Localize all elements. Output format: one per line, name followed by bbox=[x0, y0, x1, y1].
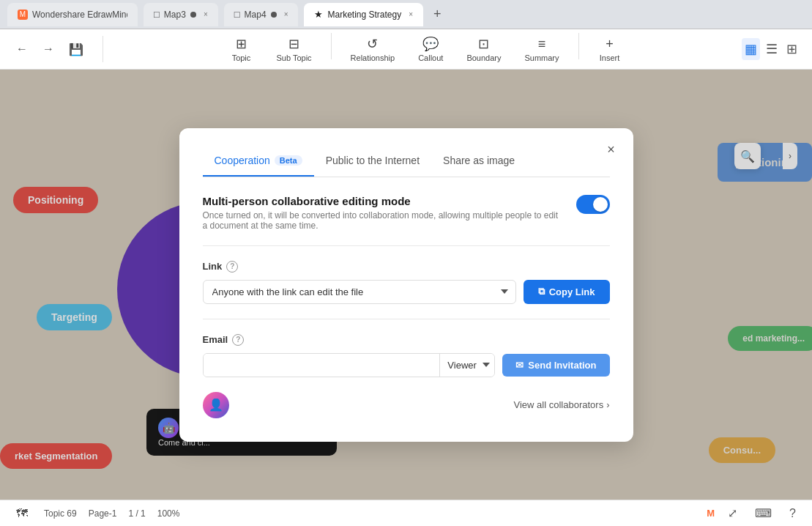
tab-map4-close[interactable]: × bbox=[284, 10, 288, 18]
collaboration-title: Multi-person collaborative editing mode bbox=[203, 195, 565, 207]
modal-overlay: × Cooperation Beta Public to the Interne… bbox=[0, 70, 812, 500]
tool-buttons: ⊞ Topic ⊟ Sub Topic ↺ Relationship 💬 Cal… bbox=[112, 33, 739, 65]
tab-edrawmind-label: Wondershare EdrawMind bbox=[32, 10, 127, 20]
tab-edrawmind[interactable]: M Wondershare EdrawMind bbox=[7, 3, 138, 26]
tab-map4-dot bbox=[271, 12, 277, 18]
subtopic-icon: ⊟ bbox=[288, 36, 299, 52]
forward-button[interactable]: → bbox=[38, 40, 59, 59]
link-permission-select[interactable]: Anyone with the link can edit the file A… bbox=[203, 280, 516, 304]
cooperation-tab-label: Cooperation bbox=[215, 155, 270, 166]
tool-insert-label: Insert bbox=[600, 53, 620, 62]
help-button[interactable]: ? bbox=[785, 505, 800, 522]
toggle-slider bbox=[576, 195, 610, 214]
browser-chrome: M Wondershare EdrawMind □ Map3 × □ Map4 … bbox=[0, 0, 812, 29]
email-help-icon[interactable]: ? bbox=[232, 334, 244, 346]
collaboration-text: Multi-person collaborative editing mode … bbox=[203, 195, 565, 231]
link-help-icon[interactable]: ? bbox=[226, 261, 238, 273]
nav-controls: ← → 💾 bbox=[12, 40, 88, 59]
keyboard-shortcut-button[interactable]: ⌨ bbox=[750, 505, 776, 522]
send-invitation-label: Send Invitation bbox=[528, 360, 596, 371]
tool-subtopic[interactable]: ⊟ Sub Topic bbox=[266, 33, 321, 65]
map-icon-button[interactable]: 🗺 bbox=[12, 505, 32, 522]
zoom-level: 100% bbox=[157, 508, 180, 519]
back-button[interactable]: ← bbox=[12, 40, 32, 59]
edrawmind-logo: M bbox=[707, 508, 715, 519]
keyboard-icon: ⌨ bbox=[755, 507, 772, 519]
summary-icon: ≡ bbox=[538, 37, 546, 52]
chevron-right-icon: › bbox=[606, 399, 609, 410]
relationship-icon: ↺ bbox=[367, 36, 378, 52]
outline-view-button[interactable]: ☰ bbox=[763, 38, 781, 60]
boundary-icon: ⊡ bbox=[478, 36, 489, 52]
close-icon: × bbox=[607, 142, 615, 158]
link-label: Link ? bbox=[203, 261, 610, 273]
tab-map4-label: Map4 bbox=[245, 10, 267, 20]
tool-relationship-label: Relationship bbox=[351, 53, 395, 62]
topic-count: Topic 69 bbox=[44, 508, 77, 519]
link-controls: Anyone with the link can edit the file A… bbox=[203, 280, 610, 304]
modal-tabs: Cooperation Beta Public to the Internet … bbox=[203, 149, 610, 177]
tools-divider bbox=[331, 33, 332, 59]
tab-marketing-label: Marketing Strategy bbox=[327, 10, 401, 20]
tool-subtopic-label: Sub Topic bbox=[276, 53, 311, 62]
main-toolbar: ← → 💾 ⊞ Topic ⊟ Sub Topic ↺ Relationship… bbox=[0, 29, 812, 70]
tab-map3[interactable]: □ Map3 × bbox=[144, 3, 218, 26]
toolbar-divider bbox=[103, 36, 103, 62]
tool-topic[interactable]: ⊞ Topic bbox=[219, 33, 263, 65]
callout-icon: 💬 bbox=[422, 36, 439, 52]
fullscreen-button[interactable]: ⤢ bbox=[723, 505, 742, 522]
map-icon: 🗺 bbox=[16, 507, 28, 519]
tab-map3-label: Map3 bbox=[164, 10, 186, 20]
send-invitation-icon: ✉ bbox=[515, 360, 524, 371]
help-icon: ? bbox=[789, 507, 796, 519]
tool-summary[interactable]: ≡ Summary bbox=[514, 33, 569, 65]
beta-badge: Beta bbox=[275, 155, 302, 166]
copy-link-icon: ⧉ bbox=[538, 286, 545, 297]
tab-public[interactable]: Public to the Internet bbox=[314, 149, 431, 177]
tool-boundary[interactable]: ⊡ Boundary bbox=[456, 33, 511, 65]
email-controls: Viewer Editor bbox=[203, 353, 496, 377]
public-tab-label: Public to the Internet bbox=[326, 155, 420, 166]
insert-icon: + bbox=[606, 37, 614, 52]
new-tab-button[interactable]: + bbox=[429, 7, 446, 22]
share-modal: × Cooperation Beta Public to the Interne… bbox=[179, 128, 633, 442]
tool-topic-label: Topic bbox=[232, 53, 251, 62]
collaboration-description: Once turned on, it will be converted int… bbox=[203, 210, 565, 231]
collaborators-row: 👤 View all collaborators › bbox=[203, 392, 610, 418]
view-buttons: ▦ ☰ ⊞ bbox=[742, 38, 800, 60]
save-button[interactable]: 💾 bbox=[64, 40, 88, 59]
view-all-collaborators-link[interactable]: View all collaborators › bbox=[514, 399, 610, 410]
edrawmind-favicon: M bbox=[18, 10, 28, 20]
copy-link-button[interactable]: ⧉ Copy Link bbox=[524, 280, 610, 304]
send-invitation-button[interactable]: ✉ Send Invitation bbox=[502, 354, 609, 377]
tab-map4[interactable]: □ Map4 × bbox=[224, 3, 299, 26]
collaboration-toggle[interactable] bbox=[576, 195, 610, 214]
tab-cooperation[interactable]: Cooperation Beta bbox=[203, 149, 314, 177]
tab-map3-close[interactable]: × bbox=[204, 10, 208, 18]
collaborator-avatar: 👤 bbox=[203, 392, 229, 418]
tool-relationship[interactable]: ↺ Relationship bbox=[340, 33, 406, 65]
email-input[interactable] bbox=[204, 354, 440, 377]
avatar-icon: 👤 bbox=[209, 398, 223, 412]
email-label: Email ? bbox=[203, 334, 610, 346]
status-bar-right: M ⤢ ⌨ ? bbox=[707, 505, 800, 522]
marketing-favicon: ★ bbox=[314, 9, 323, 20]
modal-close-button[interactable]: × bbox=[601, 140, 622, 160]
tool-insert[interactable]: + Insert bbox=[588, 33, 632, 65]
tab-marketing-close[interactable]: × bbox=[409, 10, 413, 18]
fullscreen-icon: ⤢ bbox=[728, 507, 737, 519]
map4-favicon: □ bbox=[234, 9, 240, 20]
copy-link-label: Copy Link bbox=[549, 286, 595, 297]
tool-boundary-label: Boundary bbox=[466, 53, 501, 62]
tab-share-image[interactable]: Share as image bbox=[431, 149, 526, 177]
collaboration-section: Multi-person collaborative editing mode … bbox=[203, 195, 610, 246]
email-send-row: Viewer Editor ✉ Send Invitation bbox=[203, 353, 610, 377]
slide-view-button[interactable]: ⊞ bbox=[783, 38, 800, 60]
email-section: Email ? Viewer Editor ✉ Send Invitation bbox=[203, 334, 610, 377]
tool-callout[interactable]: 💬 Callout bbox=[408, 33, 453, 65]
viewer-select[interactable]: Viewer Editor bbox=[439, 354, 494, 377]
tab-marketing[interactable]: ★ Marketing Strategy × bbox=[304, 3, 423, 26]
map-view-button[interactable]: ▦ bbox=[742, 38, 760, 60]
page-label: Page-1 bbox=[89, 508, 117, 519]
view-all-label: View all collaborators bbox=[514, 399, 604, 410]
